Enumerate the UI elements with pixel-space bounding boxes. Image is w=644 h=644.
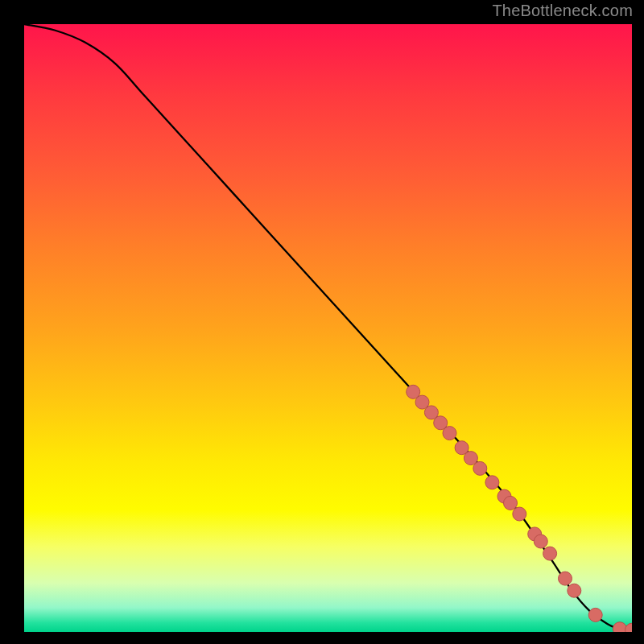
marker-point (543, 547, 557, 560)
marker-point (613, 622, 626, 632)
plot-area (24, 24, 632, 632)
marker-layer (407, 385, 632, 632)
marker-point (625, 623, 633, 632)
marker-point (568, 584, 581, 597)
chart-svg (24, 24, 632, 632)
marker-point (534, 535, 547, 548)
chart-stage: TheBottleneck.com (0, 0, 644, 644)
attribution-label: TheBottleneck.com (492, 2, 633, 20)
marker-point (485, 476, 499, 489)
marker-point (588, 608, 602, 621)
marker-point (473, 461, 487, 475)
marker-point (504, 496, 518, 510)
marker-point (443, 427, 456, 440)
marker-point (559, 572, 572, 585)
marker-point (513, 507, 526, 521)
